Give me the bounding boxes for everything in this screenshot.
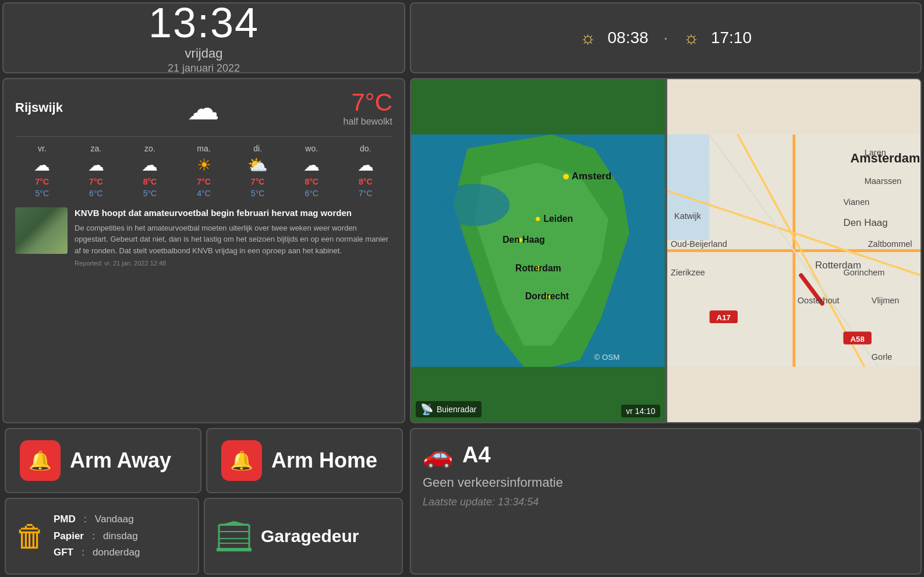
pmd-label: PMD	[54, 514, 76, 525]
svg-text:Den Haag: Den Haag	[843, 217, 887, 228]
clock-panel: 13:34 vrijdag 21 januari 2022	[2, 2, 405, 73]
svg-text:Vlijmen: Vlijmen	[871, 296, 899, 305]
svg-text:Vianen: Vianen	[843, 197, 869, 207]
news-content: KNVB hoopt dat amateurvoetbal begin febr…	[75, 207, 392, 267]
svg-text:A17: A17	[716, 313, 730, 322]
svg-point-5	[536, 217, 540, 221]
sun-panel: ☼ 08:38 · ☼ 17:10	[410, 2, 922, 73]
sunset-icon: ☼	[683, 28, 699, 48]
weather-icon-main: ☁	[187, 89, 220, 127]
clock-date: 21 januari 2022	[168, 62, 240, 75]
news-headline: KNVB hoopt dat amateurvoetbal begin febr…	[75, 207, 392, 219]
forecast-do: do. ☁ 8°C 7°C	[338, 144, 392, 198]
forecast-za: za. ☁ 7°C 6°C	[69, 144, 123, 198]
weather-desc: half bewolkt	[343, 116, 392, 127]
svg-text:Gorinchem: Gorinchem	[843, 268, 884, 277]
sunrise-icon: ☼	[580, 28, 596, 48]
traffic-header: 🚗 A4	[423, 441, 909, 469]
road-map: A17 A58 Amsterdam Den Haag Rotterdam Kat…	[666, 78, 922, 423]
arm-away-button[interactable]: 🔔 Arm Away	[5, 428, 201, 493]
svg-text:Leiden: Leiden	[543, 214, 573, 224]
garage-panel[interactable]: Garagedeur	[204, 498, 403, 575]
forecast-di: di. ⛅ 7°C 5°C	[231, 144, 285, 198]
svg-text:Oud-Beijerland: Oud-Beijerland	[671, 239, 727, 249]
buienradar-label: Buienradar	[437, 405, 477, 414]
svg-text:Maarssen: Maarssen	[864, 176, 901, 186]
svg-point-3	[439, 184, 509, 226]
arm-home-icon: 🔔	[221, 440, 262, 481]
weather-forecast: vr. ☁ 7°C 5°C za. ☁ 7°C 6°C zo. ☁ 8°C 5°…	[15, 136, 392, 198]
arm-away-label: Arm Away	[70, 448, 171, 473]
bell-icon-away: 🔔	[29, 449, 52, 472]
svg-text:Oosterhout: Oosterhout	[797, 296, 839, 305]
clock-day: vrijdag	[185, 46, 223, 61]
news-body: De competities in het amateurvoetbal moe…	[75, 222, 392, 257]
svg-point-4	[563, 174, 569, 180]
forecast-zo: zo. ☁ 8°C 5°C	[123, 144, 177, 198]
bottom-row: 🗑 PMD : Vandaag Papier : dinsdag GFT : d…	[2, 498, 405, 575]
arm-home-button[interactable]: 🔔 Arm Home	[206, 428, 403, 493]
svg-text:A58: A58	[850, 335, 864, 344]
traffic-panel: 🚗 A4 Geen verkeersinformatie Laatste upd…	[410, 428, 922, 575]
clock-time: 13:34	[148, 2, 259, 44]
papier-day: dinsdag	[103, 530, 138, 541]
svg-text:Zaltbommel: Zaltbommel	[868, 239, 912, 249]
svg-text:Zierikzee: Zierikzee	[671, 268, 705, 277]
gft-row: GFT : donderdag	[54, 544, 140, 561]
traffic-road: A4	[462, 443, 491, 468]
arm-away-icon: 🔔	[20, 440, 61, 481]
buienradar-svg: Amsterd Leiden Den Haag Rotterdam Dordre…	[411, 79, 665, 422]
gft-label: GFT	[54, 547, 73, 558]
buienradar-time: vr 14:10	[621, 405, 660, 417]
news-panel: KNVB hoopt dat amateurvoetbal begin febr…	[15, 207, 392, 267]
svg-text:Dordrecht: Dordrecht	[525, 291, 569, 301]
weather-location: Rijswijk	[15, 100, 63, 115]
svg-text:Gorle: Gorle	[871, 352, 891, 362]
svg-rect-47	[217, 548, 252, 551]
garage-icon	[217, 521, 252, 551]
sunrise-time: 08:38	[608, 29, 649, 47]
buienradar-map: Amsterd Leiden Den Haag Rotterdam Dordre…	[410, 78, 666, 423]
trash-info: PMD : Vandaag Papier : dinsdag GFT : don…	[54, 511, 140, 562]
alarm-row: 🔔 Arm Away 🔔 Arm Home	[2, 428, 405, 493]
car-icon: 🚗	[423, 441, 453, 469]
weather-temp: 7°C	[343, 89, 392, 116]
papier-row: Papier : dinsdag	[54, 528, 140, 545]
news-image	[15, 207, 68, 254]
arm-home-label: Arm Home	[271, 448, 377, 473]
trash-panel: 🗑 PMD : Vandaag Papier : dinsdag GFT : d…	[5, 498, 199, 575]
svg-text:Laren: Laren	[864, 148, 886, 157]
buienradar-brand: 📡 Buienradar	[416, 401, 482, 417]
svg-rect-42	[219, 525, 249, 549]
forecast-ma: ma. ☀ 7°C 4°C	[177, 144, 231, 198]
maps-container: Amsterd Leiden Den Haag Rotterdam Dordre…	[410, 78, 922, 423]
news-reported: Reported: vr. 21 jan. 2022 12:48	[75, 260, 392, 267]
gft-day: donderdag	[93, 547, 140, 558]
garage-label: Garagedeur	[261, 526, 359, 546]
forecast-wo: wo. ☁ 8°C 6°C	[285, 144, 339, 198]
trash-icon: 🗑	[15, 519, 45, 554]
weather-panel: Rijswijk ☁ 7°C half bewolkt vr. ☁ 7°C 5°…	[2, 78, 405, 423]
traffic-status: Geen verkeersinformatie	[423, 475, 909, 490]
main-grid: 13:34 vrijdag 21 januari 2022 ☼ 08:38 · …	[0, 0, 924, 577]
svg-marker-46	[217, 521, 252, 526]
pmd-row: PMD : Vandaag	[54, 511, 140, 528]
road-map-svg: A17 A58 Amsterdam Den Haag Rotterdam Kat…	[667, 79, 921, 422]
svg-text:Den Haag: Den Haag	[502, 235, 545, 245]
pmd-day: Vandaag	[95, 514, 134, 525]
svg-text:Rotterdam: Rotterdam	[515, 263, 561, 273]
traffic-update: Laatste update: 13:34:54	[423, 496, 909, 508]
svg-text:Katwijk: Katwijk	[674, 211, 702, 221]
bell-icon-home: 🔔	[230, 449, 253, 472]
sunset-time: 17:10	[711, 29, 752, 47]
svg-text:Amsterd: Amsterd	[572, 171, 612, 182]
svg-text:© OSM: © OSM	[594, 353, 620, 362]
forecast-vr: vr. ☁ 7°C 5°C	[15, 144, 69, 198]
papier-label: Papier	[54, 530, 84, 541]
